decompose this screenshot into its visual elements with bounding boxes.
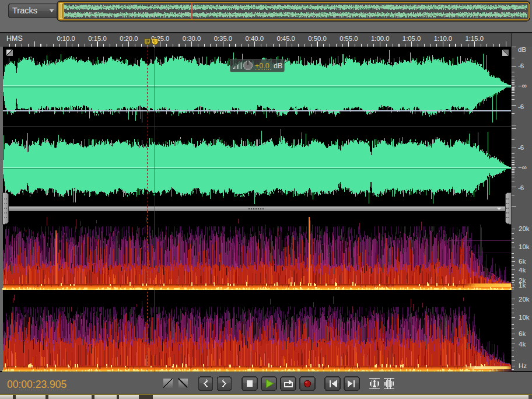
- svg-text:1:15.0: 1:15.0: [466, 35, 484, 42]
- svg-text:0:30.0: 0:30.0: [183, 35, 201, 42]
- svg-text:Tracks: Tracks: [12, 6, 37, 15]
- svg-text:0:20.0: 0:20.0: [120, 35, 138, 42]
- svg-text:0:35.0: 0:35.0: [214, 35, 232, 42]
- svg-text:dB: dB: [518, 46, 526, 53]
- svg-text:HMS: HMS: [6, 34, 23, 43]
- svg-text:1k: 1k: [519, 282, 526, 289]
- svg-text:dB: dB: [274, 62, 282, 70]
- svg-text:0:45.0: 0:45.0: [276, 35, 295, 42]
- svg-text:0:50.0: 0:50.0: [308, 35, 326, 42]
- svg-text:10k: 10k: [519, 314, 530, 321]
- svg-text:Hz: Hz: [519, 362, 527, 369]
- svg-text:-6: -6: [518, 144, 524, 151]
- svg-text:0:40.0: 0:40.0: [246, 35, 264, 42]
- svg-text:0:15.0: 0:15.0: [88, 35, 106, 42]
- svg-text:-6: -6: [518, 184, 524, 191]
- svg-text:−∞: −∞: [518, 82, 527, 89]
- svg-text:10k: 10k: [519, 243, 530, 250]
- svg-text:6k: 6k: [519, 258, 526, 265]
- svg-text:20k: 20k: [519, 296, 530, 303]
- svg-text:1:00.0: 1:00.0: [371, 35, 389, 42]
- svg-text:4k: 4k: [519, 341, 526, 348]
- svg-text:−∞: −∞: [518, 164, 527, 171]
- svg-text:00:00:23.905: 00:00:23.905: [7, 379, 66, 390]
- svg-text:+0.0: +0.0: [255, 62, 270, 70]
- svg-text:-6: -6: [518, 62, 524, 69]
- svg-text:0:10.0: 0:10.0: [57, 35, 75, 42]
- svg-text:0:55.0: 0:55.0: [340, 35, 358, 42]
- svg-text:6k: 6k: [519, 330, 526, 337]
- svg-text:4k: 4k: [519, 267, 526, 274]
- svg-text:1:10.0: 1:10.0: [434, 35, 452, 42]
- svg-text:-6: -6: [518, 103, 524, 110]
- svg-text:20k: 20k: [519, 225, 530, 232]
- svg-text:1:05.0: 1:05.0: [402, 35, 421, 42]
